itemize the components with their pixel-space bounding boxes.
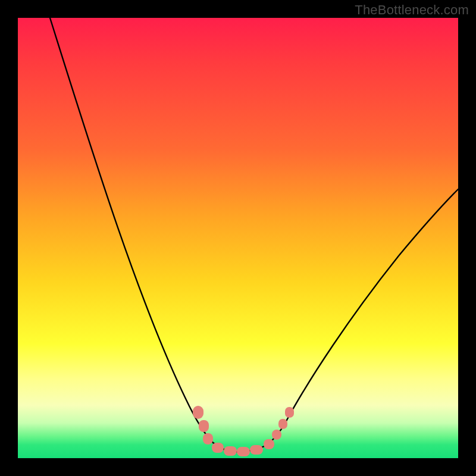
chart-frame: TheBottleneck.com — [0, 0, 476, 476]
bead-marker — [212, 443, 224, 453]
bead-marker — [224, 446, 237, 456]
bead-marker — [193, 406, 203, 419]
watermark-text: TheBottleneck.com — [355, 2, 469, 18]
bead-marker — [250, 445, 263, 455]
bead-marker — [264, 439, 274, 449]
bead-marker — [203, 433, 213, 444]
bead-marker — [272, 430, 281, 440]
bead-marker — [237, 447, 250, 456]
curve-svg — [18, 18, 458, 458]
bead-marker — [278, 419, 287, 429]
plot-area — [18, 18, 458, 458]
bead-marker — [199, 420, 209, 432]
bottleneck-curve — [50, 18, 458, 452]
bead-marker — [285, 407, 294, 418]
curve-beads — [193, 406, 294, 456]
